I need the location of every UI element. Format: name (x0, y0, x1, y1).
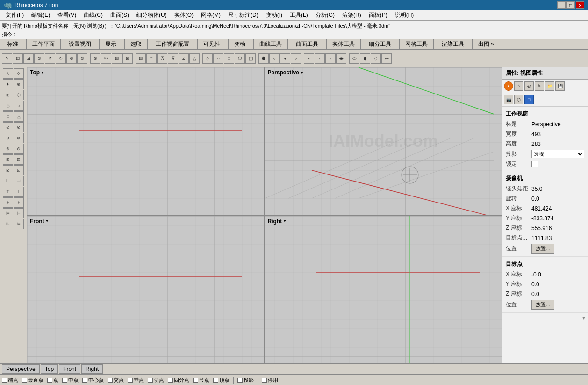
toolbar-btn-22[interactable]: ◫ (245, 53, 256, 64)
left-tool-btn-0[interactable]: ↖ (3, 68, 13, 79)
projection-select[interactable]: 透视 平行 (531, 150, 584, 158)
toolbar-btn-17[interactable]: △ (189, 53, 200, 64)
left-tool-btn-18[interactable]: ⊠ (3, 165, 13, 175)
left-tool-btn-28[interactable]: ⊪ (3, 219, 13, 229)
left-tool-btn-4[interactable]: ⊞ (3, 90, 13, 100)
bottom-tab-perspective[interactable]: Perspective (2, 364, 40, 374)
toolbar-btn-30[interactable]: ⬬ (336, 53, 346, 64)
left-tool-btn-9[interactable]: △ (14, 111, 24, 122)
toolbar-btn-5[interactable]: ↻ (56, 53, 66, 64)
toolbar-btn-13[interactable]: ≡ (146, 53, 157, 64)
left-tool-btn-26[interactable]: ⊨ (3, 208, 13, 218)
toolbar-btn-16[interactable]: ⊿ (179, 53, 189, 64)
bottom-tab-front[interactable]: Front (59, 364, 80, 374)
viewport-top-label[interactable]: Top ▼ (30, 69, 44, 76)
bottom-tab-right[interactable]: Right (81, 364, 103, 374)
panel-icon-circle[interactable]: ● (504, 81, 513, 91)
viewport-perspective[interactable]: Perspective ▼ IAIModel.com (265, 67, 502, 215)
left-tool-btn-3[interactable]: ⊕ (14, 79, 24, 89)
toolbar-tab-8[interactable]: 曲线工具 (253, 39, 288, 49)
toolbar-btn-11[interactable]: ⊠ (122, 53, 133, 64)
panel-icon-edit[interactable]: ✎ (535, 81, 544, 91)
menu-item-l[interactable]: 工具(L) (286, 10, 312, 20)
left-tool-btn-6[interactable]: ◇ (3, 101, 13, 111)
snap-quad-checkbox[interactable] (168, 378, 173, 383)
left-tool-btn-16[interactable]: ⊞ (3, 154, 13, 165)
toolbar-tab-2[interactable]: 设置视图 (63, 39, 97, 49)
minimize-button[interactable]: — (557, 1, 566, 9)
toolbar-tab-9[interactable]: 曲面工具 (290, 39, 324, 49)
viewport-right-label[interactable]: Right ▼ (268, 218, 287, 225)
snap-tangent-checkbox[interactable] (148, 378, 153, 383)
left-tool-btn-25[interactable]: ⊧ (14, 197, 24, 208)
viewport-top[interactable]: Y X Top ▼ (27, 67, 264, 215)
left-tool-btn-5[interactable]: ⬡ (14, 90, 24, 100)
toolbar-btn-2[interactable]: ⊿ (23, 53, 34, 64)
viewport-perspective-label[interactable]: Perspective ▼ (268, 69, 304, 76)
left-tool-btn-15[interactable]: ⊝ (14, 144, 24, 154)
toolbar-tab-4[interactable]: 选取 (124, 39, 148, 49)
snap-projection-checkbox[interactable] (237, 378, 243, 383)
toolbar-btn-1[interactable]: ⊡ (13, 53, 23, 64)
menu-item-v[interactable]: 查看(V) (54, 10, 80, 20)
toolbar-btn-14[interactable]: ⊼ (157, 53, 167, 64)
toolbar-btn-27[interactable]: ⬩ (304, 53, 314, 64)
left-tool-btn-27[interactable]: ⊩ (14, 208, 24, 218)
toolbar-btn-18[interactable]: ◇ (202, 53, 213, 64)
viewport-right[interactable]: Z Y Right ▼ (265, 216, 502, 364)
menu-item-p[interactable]: 面板(P) (365, 10, 391, 20)
toolbar-tab-5[interactable]: 工作视窗配置 (150, 39, 195, 49)
panel-icon-save[interactable]: 💾 (555, 81, 565, 91)
bottom-tab-top[interactable]: Top (41, 364, 58, 374)
menu-item-u[interactable]: 细分物体(U) (133, 10, 171, 20)
menu-item-g[interactable]: 分析(G) (312, 10, 338, 20)
toolbar-tab-12[interactable]: 网格工具 (399, 39, 434, 49)
left-tool-btn-29[interactable]: ⊫ (14, 219, 24, 229)
panel-icon-camera[interactable]: 📷 (504, 95, 513, 104)
snap-knot-checkbox[interactable] (193, 378, 198, 383)
toolbar-btn-0[interactable]: ↖ (2, 53, 12, 64)
toolbar-btn-34[interactable]: ⬰ (381, 53, 392, 64)
toolbar-btn-19[interactable]: ○ (213, 53, 223, 64)
left-tool-btn-7[interactable]: ○ (14, 101, 24, 111)
toolbar-btn-3[interactable]: ⊙ (34, 53, 44, 64)
panel-icon-target[interactable]: ◎ (524, 81, 534, 91)
toolbar-btn-33[interactable]: ⬯ (371, 53, 381, 64)
toolbar-btn-4[interactable]: ↺ (45, 53, 55, 64)
lock-checkbox[interactable] (531, 161, 538, 167)
left-tool-btn-11[interactable]: ⊘ (14, 122, 24, 132)
toolbar-btn-31[interactable]: ⬭ (349, 53, 359, 64)
left-tool-btn-14[interactable]: ⊜ (3, 144, 13, 154)
snap-disabled-checkbox[interactable] (262, 378, 267, 383)
snap-midpoint-checkbox[interactable] (62, 378, 67, 383)
left-tool-btn-24[interactable]: ⊦ (3, 197, 13, 208)
target-position-button[interactable]: 放置... (531, 300, 554, 310)
menu-item-d[interactable]: 尺寸标注(D) (224, 10, 262, 20)
toolbar-btn-10[interactable]: ⊞ (112, 53, 122, 64)
snap-nearest-checkbox[interactable] (22, 378, 27, 383)
menu-item-e[interactable]: 编辑(E) (28, 10, 54, 20)
menu-item-f[interactable]: 文件(F) (2, 10, 28, 20)
toolbar-tab-14[interactable]: 出图 » (472, 39, 500, 49)
panel-icon-box[interactable]: □ (524, 95, 534, 104)
toolbar-btn-6[interactable]: ⊕ (66, 53, 77, 64)
toolbar-btn-23[interactable]: ⬟ (258, 53, 269, 64)
toolbar-btn-8[interactable]: ⊗ (90, 53, 100, 64)
toolbar-btn-29[interactable]: ⬫ (325, 53, 336, 64)
menu-item-m[interactable]: 网格(M) (197, 10, 224, 20)
toolbar-btn-21[interactable]: ⬡ (235, 53, 245, 64)
left-tool-btn-2[interactable]: ✦ (3, 79, 13, 89)
menu-item-i[interactable]: 变动(I) (262, 10, 286, 20)
toolbar-tab-10[interactable]: 实体工具 (326, 39, 361, 49)
toolbar-btn-24[interactable]: ⬦ (269, 53, 280, 64)
bottom-tab-add-button[interactable]: + (104, 365, 112, 373)
toolbar-btn-7[interactable]: ⊘ (77, 53, 87, 64)
left-tool-btn-12[interactable]: ⊗ (3, 133, 13, 143)
menu-item-r[interactable]: 渲染(R) (338, 10, 365, 20)
panel-icon-star[interactable]: ☆ (514, 81, 523, 91)
menu-item-s[interactable]: 曲面(S) (107, 10, 133, 20)
left-tool-btn-21[interactable]: ⊣ (14, 176, 24, 186)
maximize-button[interactable]: □ (566, 1, 575, 9)
toolbar-tab-13[interactable]: 渲染工具 (436, 39, 470, 49)
menu-item-c[interactable]: 曲线(C) (80, 10, 107, 20)
